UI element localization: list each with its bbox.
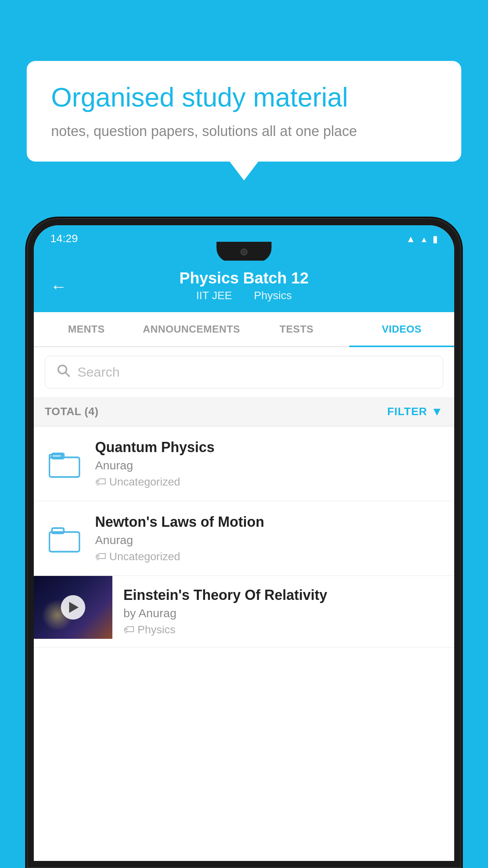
app-header: ← Physics Batch 12 IIT JEE Physics [34, 261, 454, 312]
wifi-icon [406, 232, 415, 245]
video-info: Quantum Physics Anurag 🏷 Uncategorized [95, 439, 443, 488]
svg-rect-2 [50, 457, 80, 477]
video-tag: 🏷 Uncategorized [95, 475, 443, 488]
speech-bubble-wrapper: Organised study material notes, question… [27, 61, 461, 162]
tag-icon: 🏷 [123, 623, 134, 636]
total-label: TOTAL (4) [45, 405, 99, 418]
tabs-bar: MENTS ANNOUNCEMENTS TESTS VIDEOS [34, 312, 454, 347]
tag-label: Uncategorized [109, 550, 180, 563]
folder-icon-wrapper [45, 444, 84, 484]
video-tag: 🏷 Physics [123, 623, 443, 636]
filter-row: TOTAL (4) FILTER ▼ [34, 397, 454, 427]
video-author: by Anurag [123, 607, 443, 620]
folder-icon [49, 523, 80, 554]
camera-dot [240, 248, 248, 256]
tab-ments[interactable]: MENTS [34, 312, 139, 346]
search-bar: Search [34, 347, 454, 397]
status-time: 14:29 [50, 232, 78, 245]
phone-screen: 14:29 ← Physics Batch 12 IIT JEE Physics [34, 225, 454, 861]
tag-label: Physics [138, 623, 175, 636]
filter-funnel-icon: ▼ [431, 405, 443, 418]
status-icons [406, 232, 438, 245]
tag-icon: 🏷 [95, 550, 106, 563]
video-title: Einstein's Theory Of Relativity [123, 587, 443, 603]
video-tag: 🏷 Uncategorized [95, 550, 443, 563]
header-title: Physics Batch 12 [50, 269, 438, 287]
tab-videos[interactable]: VIDEOS [349, 312, 455, 346]
notch-area [34, 249, 454, 261]
filter-button[interactable]: FILTER ▼ [387, 405, 443, 418]
video-author: Anurag [95, 533, 443, 547]
tab-tests[interactable]: TESTS [244, 312, 349, 346]
svg-line-1 [65, 372, 69, 376]
bubble-subtitle: notes, question papers, solutions all at… [51, 121, 437, 141]
signal-icon [420, 232, 428, 245]
folder-icon-wrapper [45, 519, 84, 558]
tag-label: Uncategorized [109, 476, 180, 488]
video-list: Quantum Physics Anurag 🏷 Uncategorized [34, 427, 454, 861]
video-thumbnail [34, 576, 112, 639]
filter-label: FILTER [387, 405, 427, 418]
bubble-title: Organised study material [51, 81, 437, 114]
svg-rect-4 [50, 532, 80, 552]
search-icon [56, 363, 70, 381]
header-subtitle-left: IIT JEE [196, 289, 232, 302]
list-item[interactable]: Einstein's Theory Of Relativity by Anura… [34, 576, 454, 647]
video-title: Quantum Physics [95, 439, 443, 456]
tag-icon: 🏷 [95, 475, 106, 488]
header-subtitle: IIT JEE Physics [50, 289, 438, 302]
header-subtitle-right: Physics [254, 289, 292, 302]
list-item[interactable]: Newton's Laws of Motion Anurag 🏷 Uncateg… [34, 501, 454, 576]
svg-rect-5 [52, 528, 64, 533]
video-author: Anurag [95, 459, 443, 472]
search-placeholder: Search [77, 364, 120, 380]
phone-frame: 14:29 ← Physics Batch 12 IIT JEE Physics [27, 218, 461, 868]
folder-icon [49, 448, 80, 480]
notch [216, 242, 272, 262]
list-item[interactable]: Quantum Physics Anurag 🏷 Uncategorized [34, 427, 454, 501]
play-button[interactable] [61, 595, 85, 620]
video-info: Newton's Laws of Motion Anurag 🏷 Uncateg… [95, 514, 443, 563]
video-title: Newton's Laws of Motion [95, 514, 443, 530]
play-triangle-icon [69, 602, 79, 613]
search-input-wrapper[interactable]: Search [45, 356, 443, 388]
video-info: Einstein's Theory Of Relativity by Anura… [112, 576, 454, 647]
battery-icon [433, 232, 438, 245]
tab-announcements[interactable]: ANNOUNCEMENTS [139, 312, 244, 346]
speech-bubble: Organised study material notes, question… [27, 61, 461, 162]
